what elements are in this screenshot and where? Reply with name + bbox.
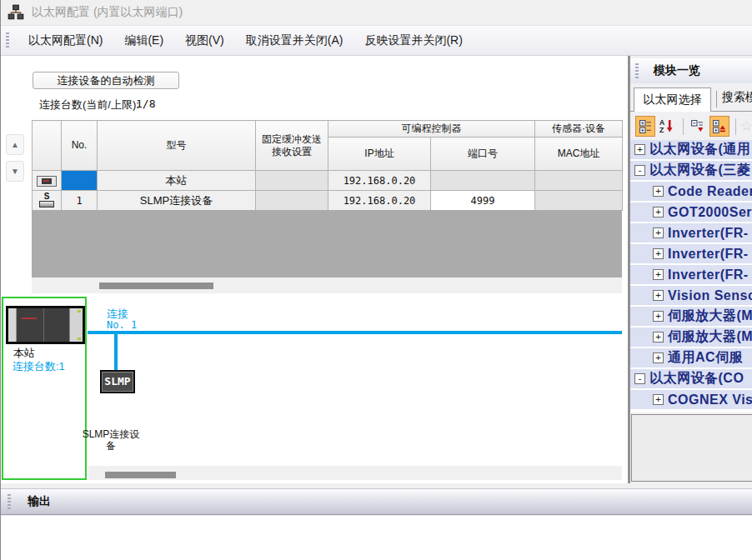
host-no-cell[interactable]: [62, 171, 98, 191]
table-hscrollbar[interactable]: [32, 278, 622, 293]
window-title: 以太网配置 (内置以太网端口): [32, 5, 183, 20]
diagram-hscroll-thumb[interactable]: [105, 472, 176, 478]
tree-item-label: 伺服放大器(M: [668, 308, 752, 325]
slmp-device-label-line1: SLMP连接设: [74, 428, 148, 440]
expand-toggle-icon[interactable]: -: [634, 165, 645, 176]
slmp-node[interactable]: SLMP: [100, 370, 135, 393]
header-port[interactable]: 端口号: [431, 138, 535, 171]
tree-item-code-reader[interactable]: +Code Reader: [630, 182, 752, 201]
host-row-icon-cell[interactable]: [33, 171, 62, 191]
slmp-mac-cell[interactable]: [535, 191, 623, 211]
connection-number: No. 1: [107, 319, 137, 331]
host-station-image[interactable]: [6, 306, 85, 344]
menu-item-ethernet-config[interactable]: 以太网配置(N): [18, 30, 113, 52]
diagram-hscrollbar[interactable]: [88, 466, 622, 480]
plc-cpu-module: [17, 308, 70, 342]
connection-count-label: 连接台数(当前/上限):: [39, 98, 139, 112]
tab-search-module[interactable]: 搜索模块: [722, 90, 752, 105]
tree-item-label: 以太网设备(CO: [649, 370, 744, 388]
auto-detect-button[interactable]: 连接设备的自动检测: [33, 72, 179, 89]
tree-item-inverter-3[interactable]: +Inverter(FR-: [630, 265, 752, 284]
expand-toggle-icon[interactable]: +: [634, 144, 645, 155]
host-port-cell[interactable]: [431, 171, 535, 191]
host-mac-cell[interactable]: [535, 171, 623, 191]
expand-toggle-icon[interactable]: +: [653, 311, 664, 322]
expand-toggle-icon[interactable]: +: [653, 332, 664, 342]
expand-toggle-icon[interactable]: +: [653, 352, 664, 363]
header-ip[interactable]: IP地址: [328, 138, 431, 171]
expand-toggle-icon[interactable]: +: [653, 207, 664, 218]
header-icon-col: [33, 121, 62, 171]
tree-item-ethernet-mitsubishi[interactable]: -以太网设备(三菱: [630, 161, 752, 180]
device-table: No. 型号 固定缓冲发送接收设置 可编程控制器 传感器·设备 IP地址 端口号…: [32, 120, 623, 211]
module-toolbar: A Z: [630, 113, 752, 139]
toolbar-separator: [683, 118, 684, 135]
slmp-row-icon-cell[interactable]: S: [33, 191, 62, 211]
title-bar: 以太网配置 (内置以太网端口): [1, 0, 752, 25]
tree-item-inverter-2[interactable]: +Inverter(FR-: [630, 244, 752, 263]
tree-item-vision-sensor[interactable]: +Vision Senso: [630, 286, 752, 305]
slmp-device-icon: S: [39, 193, 54, 208]
expand-toggle-icon[interactable]: +: [653, 186, 664, 197]
tree-item-ethernet-generic[interactable]: +以太网设备(通用: [630, 140, 752, 159]
table-row-slmp: S 1 SLMP连接设备 192.168.0.20 4999: [33, 191, 623, 211]
menu-item-edit[interactable]: 编辑(E): [113, 30, 174, 52]
menu-item-apply-close[interactable]: 反映设置并关闭(R): [353, 30, 473, 52]
tree-item-inverter-1[interactable]: +Inverter(FR-: [630, 223, 752, 242]
slmp-no-cell[interactable]: 1: [62, 191, 98, 211]
tab-separator: [716, 91, 717, 108]
plc-left-module: [8, 308, 17, 342]
menu-item-view[interactable]: 视图(V): [174, 30, 235, 52]
module-tree: +以太网设备(通用 -以太网设备(三菱 +Code Reader +GOT200…: [630, 140, 752, 412]
expand-toggle-icon[interactable]: +: [653, 290, 664, 301]
expand-toggle-icon[interactable]: +: [653, 394, 664, 405]
menu-bar: 以太网配置(N) 编辑(E) 视图(V) 取消设置并关闭(A) 反映设置并关闭(…: [1, 25, 752, 56]
up-arrow-icon: ▲: [11, 140, 19, 149]
collapse-tree-button[interactable]: [688, 116, 708, 137]
tree-item-got2000[interactable]: +GOT2000Ser: [630, 202, 752, 222]
move-down-button[interactable]: ▼: [6, 161, 24, 182]
favorite-icon[interactable]: ☆: [740, 116, 752, 137]
header-model[interactable]: 型号: [98, 121, 256, 171]
tree-item-label: Inverter(FR-: [668, 226, 749, 241]
header-plc-group[interactable]: 可编程控制器: [328, 121, 535, 138]
menu-grip[interactable]: [6, 32, 9, 49]
table-hscroll-thumb[interactable]: [99, 282, 213, 289]
tree-item-cognex-vision[interactable]: +COGNEX Vis: [630, 390, 752, 409]
slmp-model-cell[interactable]: SLMP连接设备: [98, 191, 256, 211]
host-model-cell[interactable]: 本站: [98, 171, 256, 191]
expand-toggle-icon[interactable]: +: [653, 269, 664, 280]
sort-az-button[interactable]: A Z: [657, 116, 677, 137]
display-setting-button[interactable]: [635, 116, 655, 137]
tab-ethernet-selection[interactable]: 以太网选择: [634, 88, 711, 112]
slmp-port-cell[interactable]: 4999: [431, 191, 535, 211]
tree-item-ac-servo[interactable]: +通用AC伺服: [630, 348, 752, 368]
host-fixed-buffer-cell[interactable]: [256, 171, 328, 191]
tree-item-ethernet-cognex[interactable]: -以太网设备(CO: [630, 369, 752, 388]
header-no[interactable]: No.: [62, 121, 98, 171]
tree-item-label: COGNEX Vis: [668, 392, 752, 408]
expand-toggle-icon[interactable]: -: [634, 373, 645, 384]
panel-grip[interactable]: [635, 63, 639, 78]
tree-item-label: 伺服放大器(M: [668, 328, 752, 346]
expand-tree-button[interactable]: [709, 116, 729, 137]
down-arrow-icon: ▼: [11, 167, 19, 176]
header-fixed-buffer[interactable]: 固定缓冲发送接收设置: [256, 121, 328, 171]
move-up-button[interactable]: ▲: [6, 134, 24, 155]
tree-item-label: 以太网设备(三菱: [649, 162, 750, 179]
tree-item-servo-amp-1[interactable]: +伺服放大器(M: [630, 307, 752, 326]
header-mac[interactable]: MAC地址: [535, 138, 623, 171]
table-row-host: 本站 192.168.0.20: [33, 171, 623, 191]
slmp-ip-cell[interactable]: 192.168.0.20: [328, 191, 431, 211]
tree-item-label: Code Reader: [668, 184, 752, 199]
expand-toggle-icon[interactable]: +: [653, 248, 664, 259]
connection-count-value: 1/8: [136, 98, 155, 110]
slmp-fixed-buffer-cell[interactable]: [256, 191, 328, 211]
menu-item-cancel-close[interactable]: 取消设置并关闭(A): [235, 30, 354, 52]
header-sensor-group[interactable]: 传感器·设备: [535, 121, 623, 138]
output-grip[interactable]: [8, 494, 11, 509]
expand-toggle-icon[interactable]: +: [653, 228, 664, 238]
host-ip-cell[interactable]: 192.168.0.20: [328, 171, 431, 191]
tree-item-servo-amp-2[interactable]: +伺服放大器(M: [630, 328, 752, 347]
output-panel-header[interactable]: 输出: [1, 488, 752, 515]
